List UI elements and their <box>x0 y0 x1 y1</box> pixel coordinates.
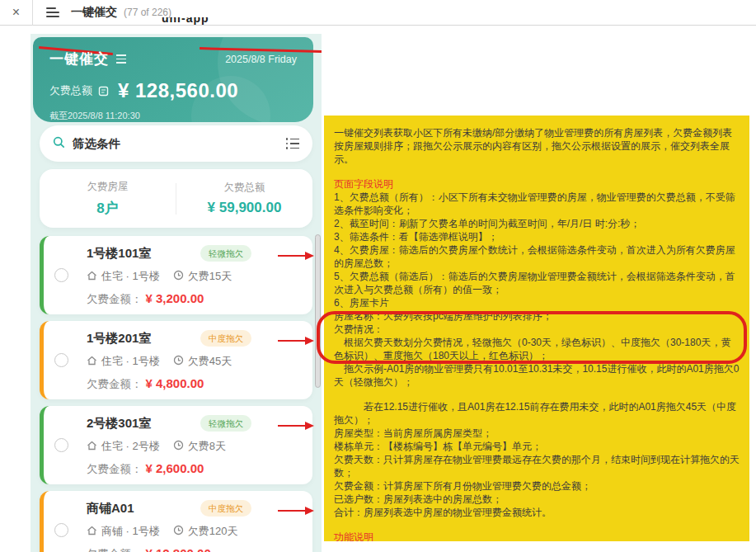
severity-badge: 中度拖欠 <box>200 330 251 347</box>
note-icon <box>98 86 109 97</box>
header-date: 2025/8/8 Friday <box>225 54 297 65</box>
note-line: 页面字段说明 <box>334 177 740 191</box>
screen: × 一键催交 (77 of 226) uni-app 一键催交 2025/8/8… <box>0 0 756 552</box>
note-line: 一键催交列表获取小区下所有未缴纳/部分缴纳了物业管理费的所有房屋列表，欠费金额列… <box>334 126 740 166</box>
stat-total: 欠费总额 ¥ 59,900.00 <box>176 181 312 216</box>
clock-icon <box>173 440 188 453</box>
clock-icon <box>173 525 188 538</box>
clipped-page-title: uni-app <box>162 17 221 26</box>
toolbar: × 一键催交 (77 of 226) <box>0 0 756 26</box>
severity-badge: 轻微拖欠 <box>200 245 251 262</box>
note-line: 拖欠示例-A01房的物业管理费只有10.01至10.31未交，10.15进行催收… <box>334 362 740 389</box>
notes-panel: 一键催交列表获取小区下所有未缴纳/部分缴纳了物业管理费的所有房屋列表，欠费金额列… <box>324 116 749 541</box>
note-line: 欠费天数：只计算房屋存在物业管理费最远存在欠费的那个月，结束时间到现在计算拖欠的… <box>334 453 740 479</box>
note-line: 欠费情况： <box>334 323 740 336</box>
note-line: 若在12.15进行催收，且A01房在12.15前存在费用未交，此时的A01房拖欠… <box>334 400 740 427</box>
annotation-arrow-icon <box>278 422 314 430</box>
house-name: 2号楼301室 <box>87 416 151 432</box>
note-line <box>334 166 740 177</box>
note-line: 根据欠费天数划分欠费情况，轻微拖欠（0-30天，绿色标识）、中度拖欠（30-18… <box>334 336 740 362</box>
filter-bar[interactable]: 筛选条件 <box>40 125 312 162</box>
note-line <box>334 519 740 531</box>
house-icon <box>87 526 101 538</box>
as-of-timestamp: 截至2025/8/8 11:20:30 <box>49 110 297 122</box>
note-line <box>334 389 740 400</box>
house-card[interactable]: 2号楼301室 轻微拖欠 住宅 · 2号楼 <box>40 406 312 484</box>
total-arrears-label: 欠费总额 <box>49 83 92 98</box>
house-name: 1号楼201室 <box>87 331 151 347</box>
note-line: 欠费金额：计算房屋下所有月份物业管理费欠费的总金额； <box>334 479 740 493</box>
house-card[interactable]: 1号楼201室 中度拖欠 住宅 · 1号楼 <box>40 321 312 399</box>
note-line: 1、欠费总额（所有）：小区下所有未交物业管理费的房屋，物业管理费的欠费总额，不受… <box>334 191 740 217</box>
house-card[interactable]: 1号楼101室 轻微拖欠 住宅 · 1号楼 <box>40 236 312 314</box>
arrears-days: 欠费120天 <box>188 524 238 539</box>
note-line: 5、欠费总额（筛选后）：筛选后的欠费房屋物业管理费金额统计，会根据筛选条件变动，… <box>334 270 740 296</box>
house-card[interactable]: 商铺A01 中度拖欠 商铺 · 1号楼 <box>40 491 312 552</box>
filter-label: 筛选条件 <box>73 136 120 152</box>
note-line: 合计：房屋列表选中房屋的物业管理费金额统计。 <box>334 506 740 519</box>
amount-label: 欠费金额： <box>87 463 143 475</box>
note-line: 房屋类型：当前房屋所属房屋类型； <box>334 427 740 440</box>
page-title: 一键催交 <box>49 50 109 68</box>
phone-preview: 一键催交 2025/8/8 Friday 欠费总额 ¥ 128,560.00 截… <box>31 34 322 552</box>
note-line: 3、筛选条件：看【筛选弹框说明】； <box>334 230 740 243</box>
arrears-amount: ¥ 4,800.00 <box>146 376 204 390</box>
house-list: 1号楼101室 轻微拖欠 住宅 · 1号楼 <box>40 236 312 552</box>
house-type-building: 住宅 · 1号楼 <box>101 354 160 369</box>
house-name: 1号楼101室 <box>87 246 151 262</box>
annotation-arrow-icon <box>278 252 314 260</box>
house-type-building: 住宅 · 1号楼 <box>101 269 160 284</box>
arrears-amount: ¥ 3,200.00 <box>146 291 204 305</box>
total-arrears-amount: ¥ 128,560.00 <box>118 79 238 102</box>
note-line: 功能说明 <box>334 531 740 541</box>
arrears-amount: ¥ 12,800.00 <box>146 546 211 552</box>
radio-button[interactable] <box>54 353 68 367</box>
note-line: 4、欠费房屋：筛选后的欠费房屋个数统计，会根据筛选条件变动，首次进入为所有欠费房… <box>334 243 740 270</box>
close-button[interactable]: × <box>0 0 33 26</box>
stat-houses-value: 8户 <box>40 199 176 218</box>
radio-button[interactable] <box>54 438 68 452</box>
scrollbar[interactable] <box>315 234 321 388</box>
stat-houses-label: 欠费房屋 <box>40 180 176 194</box>
house-type-building: 住宅 · 2号楼 <box>101 439 160 454</box>
note-line: 已选户数：房屋列表选中的房屋总数； <box>334 493 740 506</box>
note-line: 房屋名称：欠费列表按pc端房屋维护的列表排序； <box>334 309 740 323</box>
amount-label: 欠费金额： <box>87 548 143 552</box>
house-name: 商铺A01 <box>87 501 134 517</box>
stat-total-label: 欠费总额 <box>176 181 312 195</box>
house-icon <box>87 271 101 283</box>
menu-icon[interactable] <box>46 7 59 17</box>
summary-header-card: 一键催交 2025/8/8 Friday 欠费总额 ¥ 128,560.00 截… <box>33 37 313 122</box>
amount-label: 欠费金额： <box>87 293 143 305</box>
note-line: 楼栋单元：【楼栋编号】栋【单元编号】单元； <box>334 440 740 453</box>
stats-card: 欠费房屋 8户 欠费总额 ¥ 59,900.00 <box>40 169 312 228</box>
amount-label: 欠费金额： <box>87 378 143 390</box>
arrears-days: 欠费15天 <box>188 269 232 284</box>
list-icon[interactable] <box>286 138 300 149</box>
stat-houses: 欠费房屋 8户 <box>40 180 176 218</box>
arrears-days: 欠费8天 <box>188 439 226 454</box>
house-icon <box>87 356 101 368</box>
toolbar-title: 一键催交 <box>71 5 117 20</box>
stat-total-value: ¥ 59,900.00 <box>176 200 312 216</box>
clock-icon <box>173 270 188 283</box>
search-icon <box>53 136 65 152</box>
note-line: 2、截至时间：刷新了欠费名单的时间为截至时间，年/月/日 时:分:秒； <box>334 217 740 230</box>
toolbar-count: (77 of 226) <box>124 7 171 18</box>
severity-badge: 轻微拖欠 <box>200 415 251 432</box>
arrears-days: 欠费45天 <box>188 354 232 369</box>
severity-badge: 中度拖欠 <box>200 500 251 517</box>
house-type-building: 商铺 · 1号楼 <box>101 524 160 539</box>
annotation-arrow-icon <box>278 337 314 345</box>
arrears-amount: ¥ 2,600.00 <box>146 461 204 475</box>
house-icon <box>87 441 101 453</box>
radio-button[interactable] <box>54 268 68 282</box>
clock-icon <box>173 355 188 368</box>
mini-menu-icon[interactable] <box>116 54 126 63</box>
radio-button[interactable] <box>54 523 68 537</box>
annotation-arrow-icon <box>278 507 314 515</box>
note-line: 6、房屋卡片 <box>334 296 740 309</box>
